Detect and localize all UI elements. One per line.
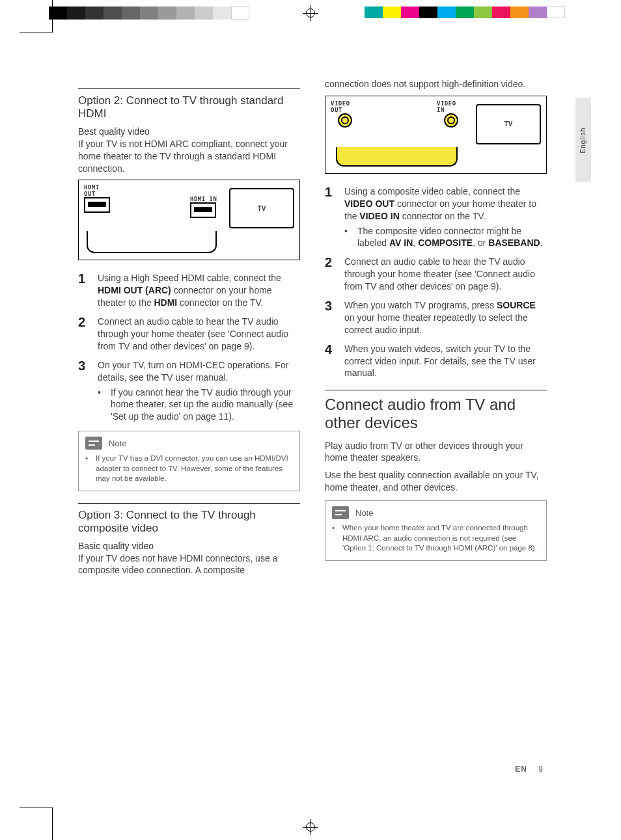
note-title: Note	[109, 439, 126, 448]
video-out-label: VIDEO OUT	[331, 100, 359, 113]
connect-audio-p1: Play audio from TV or other devices thro…	[325, 440, 547, 465]
substep-item: The composite video connector might be l…	[344, 225, 547, 250]
note-icon	[332, 506, 349, 519]
hdmi-out-label: HDMI OUT	[84, 184, 113, 197]
page-number: 9	[538, 765, 543, 774]
substep-item: If you cannot hear the TV audio through …	[98, 386, 300, 424]
left-column: Option 2: Connect to TV through standard…	[78, 78, 300, 582]
page-footer: EN 9	[515, 765, 543, 774]
color-swatches	[365, 7, 565, 18]
option2-heading: Option 2: Connect to TV through standard…	[78, 94, 300, 121]
step-item: 3 On your TV, turn on HDMI-CEC operation…	[78, 359, 300, 423]
option2-steps: 1Using a High Speed HDMI cable, connect …	[78, 272, 300, 423]
step-item: 4When you watch videos, switch your TV t…	[325, 343, 547, 380]
connect-audio-p2: Use the best quality connection availabl…	[325, 469, 547, 494]
crop-mark	[20, 807, 52, 807]
option3-intro: If your TV does not have HDMI connectors…	[78, 552, 300, 577]
step-item: 3When you watch TV programs, press SOURC…	[325, 299, 547, 336]
note-title: Note	[355, 508, 373, 518]
note-item: If your TV has a DVI connector, you can …	[85, 454, 293, 484]
step-item: 2Connect an audio cable to hear the TV a…	[78, 316, 300, 353]
hdmi-diagram: HDMI OUT HDMI IN TV	[78, 180, 300, 260]
registration-mark-bottom	[303, 819, 318, 835]
hdmi-plug-icon	[190, 202, 216, 218]
option3-steps: 1 Using a composite video cable, connect…	[325, 185, 547, 379]
option3-subhead: Basic quality video	[78, 541, 300, 551]
language-tab: English	[575, 98, 591, 182]
crop-mark	[52, 0, 53, 33]
option2-intro: If your TV is not HDMI ARC compliant, co…	[78, 138, 300, 175]
connect-audio-heading: Connect audio from TV and other devices	[325, 396, 547, 431]
step-item: 2Connect an audio cable to hear the TV a…	[325, 256, 547, 293]
crop-mark	[20, 33, 52, 33]
note-item: When your home theater and TV are connec…	[332, 523, 540, 554]
hdmi-in-label: HDMI IN	[190, 196, 219, 202]
option2-note: Note If your TV has a DVI connector, you…	[78, 431, 300, 491]
rca-plug-icon	[444, 113, 458, 128]
footer-lang: EN	[515, 765, 527, 774]
tv-icon: TV	[229, 188, 294, 228]
grayscale-swatches	[49, 7, 249, 20]
note-icon	[85, 437, 102, 450]
option3-cont: connection does not support high-definit…	[325, 78, 547, 90]
step-item: 1 Using a composite video cable, connect…	[325, 185, 547, 249]
right-column: connection does not support high-definit…	[325, 78, 547, 582]
page-content: Option 2: Connect to TV through standard…	[78, 78, 547, 582]
crop-mark	[52, 807, 53, 840]
option3-heading: Option 3: Connect to the TV through comp…	[78, 509, 300, 535]
video-in-label: VIDEO IN	[437, 100, 465, 113]
hdmi-plug-icon	[84, 197, 110, 213]
step-item: 1Using a High Speed HDMI cable, connect …	[78, 272, 300, 309]
registration-mark-top	[303, 5, 318, 21]
rca-plug-icon	[338, 113, 352, 128]
connect-audio-note: Note When your home theater and TV are c…	[325, 500, 547, 561]
tv-icon: TV	[476, 104, 541, 144]
composite-diagram: VIDEO OUT VIDEO IN TV	[325, 96, 547, 174]
option2-subhead: Best quality video	[78, 126, 300, 137]
